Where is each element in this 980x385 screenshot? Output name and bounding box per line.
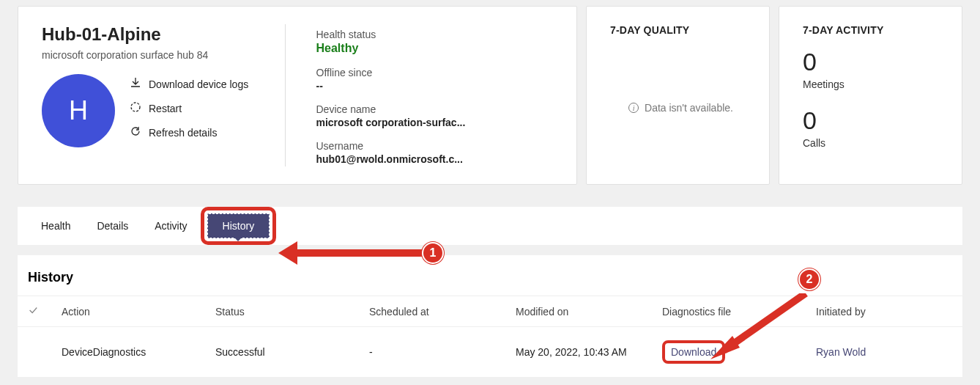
- col-action[interactable]: Action: [62, 306, 215, 318]
- username-value: hub01@rwold.onmicrosoft.c...: [316, 153, 560, 165]
- info-icon: i: [628, 103, 639, 113]
- svg-point-0: [131, 103, 140, 111]
- offline-since-value: --: [316, 80, 560, 92]
- device-name-value: microsoft corporation-surfac...: [316, 117, 560, 128]
- download-logs-label: Download device logs: [149, 78, 248, 90]
- tab-health[interactable]: Health: [28, 210, 83, 242]
- cell-status: Successful: [215, 346, 369, 358]
- username-label: Username: [316, 140, 560, 152]
- download-icon: [130, 77, 141, 91]
- history-section: History Action Status Scheduled at Modif…: [18, 255, 962, 377]
- meetings-count: 0: [803, 49, 944, 74]
- cell-action: DeviceDiagnostics: [62, 346, 215, 358]
- device-subtitle: microsoft corporation surface hub 84: [42, 49, 285, 61]
- col-status[interactable]: Status: [215, 306, 369, 318]
- check-icon: [28, 306, 38, 318]
- device-panel: Hub-01-Alpine microsoft corporation surf…: [18, 6, 577, 185]
- annotation-bubble-2: 2: [798, 268, 820, 290]
- device-title: Hub-01-Alpine: [42, 24, 285, 45]
- avatar: H: [42, 74, 115, 147]
- offline-since-label: Offline since: [316, 67, 560, 78]
- download-logs-button[interactable]: Download device logs: [130, 77, 248, 91]
- download-link[interactable]: Download: [671, 346, 716, 358]
- tab-history[interactable]: History: [207, 213, 270, 238]
- restart-icon: [130, 101, 141, 115]
- quality-panel: 7-DAY QUALITY i Data isn't available.: [586, 6, 770, 185]
- refresh-icon: [130, 125, 141, 139]
- quality-empty: i Data isn't available.: [610, 49, 751, 166]
- annotation-arrow-1: 1: [278, 241, 444, 265]
- calls-count: 0: [803, 108, 944, 133]
- health-status-label: Health status: [316, 29, 560, 40]
- activity-title: 7-DAY ACTIVITY: [803, 24, 944, 36]
- history-title: History: [18, 270, 962, 296]
- tab-activity[interactable]: Activity: [141, 210, 200, 242]
- restart-label: Restart: [149, 103, 182, 114]
- cell-modified: May 20, 2022, 10:43 AM: [516, 346, 662, 358]
- device-name-label: Device name: [316, 103, 560, 115]
- annotation-highlight-1: History: [201, 207, 277, 245]
- refresh-button[interactable]: Refresh details: [130, 125, 248, 139]
- table-row: DeviceDiagnostics Successful - May 20, 2…: [18, 327, 962, 377]
- col-modified[interactable]: Modified on: [516, 306, 662, 318]
- activity-panel: 7-DAY ACTIVITY 0 Meetings 0 Calls: [779, 6, 962, 185]
- annotation-bubble-1: 1: [422, 242, 444, 264]
- meetings-label: Meetings: [803, 78, 944, 90]
- history-table: Action Status Scheduled at Modified on D…: [18, 296, 962, 377]
- annotation-arrow-2: [710, 293, 813, 359]
- tab-details[interactable]: Details: [83, 210, 141, 242]
- refresh-label: Refresh details: [149, 127, 217, 139]
- initiated-by-link[interactable]: Ryan Wold: [816, 346, 866, 358]
- cell-scheduled: -: [369, 346, 516, 358]
- health-status-value: Healthy: [316, 42, 560, 55]
- calls-label: Calls: [803, 137, 944, 149]
- tab-bar: Health Details Activity History: [18, 207, 962, 245]
- restart-button[interactable]: Restart: [130, 101, 248, 115]
- col-initiated[interactable]: Initiated by: [816, 306, 952, 318]
- col-scheduled[interactable]: Scheduled at: [369, 306, 516, 318]
- quality-title: 7-DAY QUALITY: [610, 24, 751, 36]
